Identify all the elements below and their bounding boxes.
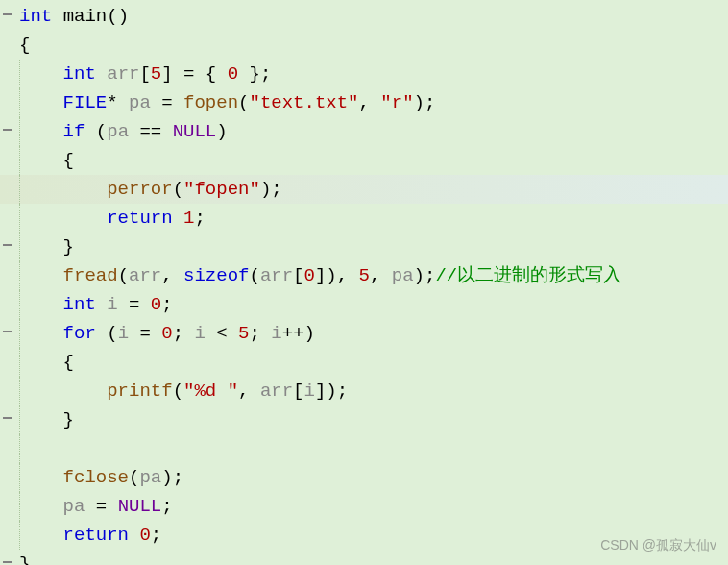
- fold-marker-icon[interactable]: [3, 561, 12, 563]
- code-token: [19, 265, 63, 286]
- code-token: ]),: [315, 265, 359, 286]
- code-line[interactable]: }: [0, 233, 728, 261]
- code-token: return: [107, 208, 172, 229]
- code-token: sizeof: [183, 265, 249, 286]
- code-token: fopen: [183, 92, 238, 113]
- code-token: ,: [161, 265, 183, 286]
- code-line[interactable]: return 0;: [0, 521, 728, 550]
- code-token: );: [414, 92, 436, 113]
- fold-marker-icon[interactable]: [3, 129, 12, 131]
- code-line[interactable]: FILE* pa = fopen("text.txt", "r");: [0, 88, 728, 117]
- code-token: (: [173, 381, 183, 402]
- code-line[interactable]: fclose(pa);: [0, 463, 728, 492]
- code-token: ] = {: [161, 63, 227, 85]
- code-editor[interactable]: int main(){ int arr[5] = { 0 }; FILE* pa…: [0, 0, 728, 565]
- code-line[interactable]: perror("fopen");: [0, 175, 728, 204]
- code-token: [19, 381, 107, 402]
- code-token: }: [19, 409, 74, 430]
- code-token: ;: [151, 525, 161, 546]
- code-line[interactable]: int i = 0;: [0, 290, 728, 319]
- code-token: (: [96, 323, 118, 344]
- code-token: [96, 63, 107, 85]
- fold-marker-icon[interactable]: [3, 331, 12, 332]
- code-token: ++): [282, 323, 315, 344]
- code-token: arr: [260, 265, 293, 286]
- fold-marker-icon[interactable]: [3, 417, 12, 419]
- code-token: [19, 467, 63, 488]
- code-token: [19, 179, 107, 200]
- code-token: [173, 208, 183, 229]
- code-token: FILE: [63, 92, 108, 113]
- code-token: int: [63, 63, 96, 85]
- code-line[interactable]: {: [0, 146, 728, 175]
- code-token: for: [63, 323, 96, 344]
- code-token: //以二进制的形式写入: [435, 265, 621, 286]
- indent-guide: [19, 434, 20, 463]
- code-line[interactable]: }: [0, 550, 728, 565]
- code-token: pa: [139, 467, 161, 488]
- code-token: pa: [107, 121, 129, 142]
- code-line[interactable]: {: [0, 31, 728, 60]
- code-line[interactable]: if (pa == NULL): [0, 117, 728, 146]
- code-token: [19, 208, 107, 229]
- code-token: (): [107, 6, 129, 27]
- code-line[interactable]: {: [0, 348, 728, 377]
- code-token: }: [19, 553, 30, 565]
- code-token: );: [414, 265, 436, 286]
- code-token: [19, 496, 63, 517]
- code-token: arr: [260, 381, 293, 402]
- code-token: 5: [151, 63, 161, 85]
- code-token: "fopen": [183, 179, 260, 200]
- code-token: =: [151, 92, 183, 113]
- code-token: );: [161, 467, 183, 488]
- code-token: pa: [63, 496, 85, 517]
- code-token: (: [118, 265, 129, 286]
- code-token: [96, 294, 107, 315]
- code-token: 0: [151, 294, 161, 315]
- code-line[interactable]: for (i = 0; i < 5; i++): [0, 319, 728, 348]
- code-line[interactable]: fread(arr, sizeof(arr[0]), 5, pa);//以二进制…: [0, 261, 728, 290]
- code-token: *: [107, 92, 129, 113]
- code-token: ;: [250, 323, 272, 344]
- code-token: 5: [359, 265, 370, 286]
- code-token: i: [107, 294, 117, 315]
- code-token: ;: [161, 294, 172, 315]
- code-token: arr: [107, 63, 139, 85]
- code-token: main: [63, 6, 108, 27]
- code-token: {: [19, 352, 74, 373]
- code-line[interactable]: int main(): [0, 2, 728, 31]
- code-token: pa: [129, 92, 151, 113]
- code-token: ]);: [315, 381, 348, 402]
- code-token: (: [85, 121, 107, 142]
- code-token: (: [238, 92, 249, 113]
- code-token: [: [293, 381, 303, 402]
- code-line[interactable]: int arr[5] = { 0 };: [0, 60, 728, 88]
- code-token: i: [271, 323, 281, 344]
- code-token: <: [206, 323, 238, 344]
- code-token: [19, 121, 63, 142]
- code-line[interactable]: [0, 434, 728, 463]
- code-token: {: [19, 150, 74, 171]
- code-line[interactable]: }: [0, 405, 728, 434]
- code-line[interactable]: printf("%d ", arr[i]);: [0, 377, 728, 405]
- code-token: ,: [238, 381, 260, 402]
- code-line[interactable]: return 1;: [0, 204, 728, 233]
- code-token: );: [260, 179, 282, 200]
- code-token: ;: [194, 208, 205, 229]
- code-line[interactable]: pa = NULL;: [0, 492, 728, 521]
- code-token: [19, 294, 63, 315]
- code-token: (: [249, 265, 259, 286]
- code-token: [: [139, 63, 150, 85]
- code-token: [129, 525, 139, 546]
- code-token: [19, 63, 63, 85]
- fold-marker-icon[interactable]: [3, 244, 12, 246]
- code-token: [19, 92, 63, 113]
- code-token: ==: [129, 121, 173, 142]
- code-token: ,: [359, 92, 381, 113]
- code-token: "r": [380, 92, 413, 113]
- fold-marker-icon[interactable]: [3, 13, 12, 15]
- code-token: pa: [392, 265, 414, 286]
- code-token: if: [63, 121, 85, 142]
- code-token: ): [216, 121, 227, 142]
- code-token: 0: [304, 265, 315, 286]
